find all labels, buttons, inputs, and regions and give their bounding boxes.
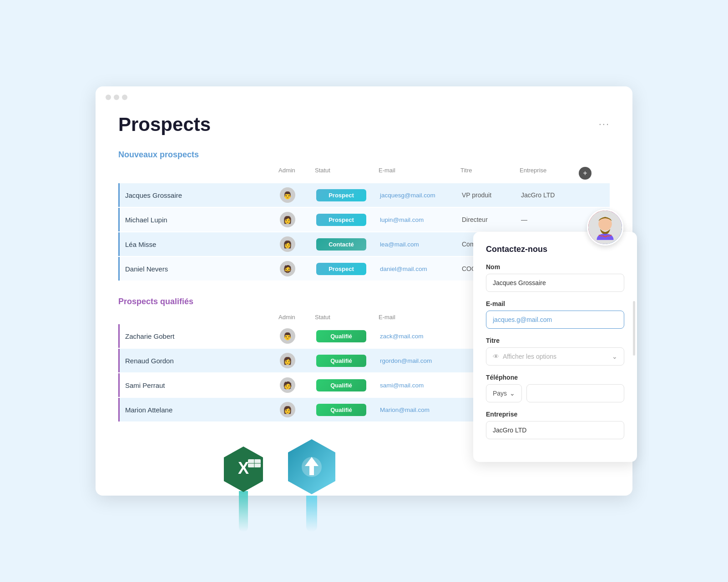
status-badge: Qualifié [316, 355, 366, 367]
email-group: E-mail [486, 300, 624, 329]
chevron-down-icon: ⌄ [510, 390, 515, 397]
phone-input[interactable] [526, 384, 624, 402]
col-add: + [579, 167, 595, 180]
avatar [280, 236, 295, 252]
svg-text:X: X [238, 459, 249, 477]
prospect-name: Léa Misse [125, 241, 280, 248]
telephone-group: Téléphone Pays ⌄ [486, 374, 624, 402]
dot-red [106, 95, 111, 100]
status-badge: Contacté [316, 238, 366, 251]
contact-panel: Contactez-nous Nom E-mail Titre 👁 Affich… [473, 232, 637, 462]
col-entreprise: Entreprise [520, 167, 579, 180]
hex-tail-2 [306, 496, 317, 532]
status-badge: Qualifié [316, 379, 366, 391]
second-hex [287, 438, 337, 496]
col-admin: Admin [278, 167, 315, 180]
prospect-name: Sami Perraut [125, 381, 280, 389]
col-name [124, 314, 278, 321]
status-badge: Prospect [316, 214, 366, 226]
avatar [280, 377, 295, 393]
main-window: Prospects ··· Nouveaux prospects Admin S… [96, 86, 632, 496]
excel-hex: X [223, 446, 264, 491]
nom-group: Nom [486, 263, 624, 292]
prospect-name: Marion Attelane [125, 406, 280, 414]
country-select[interactable]: Pays ⌄ [486, 384, 522, 402]
status-badge: Qualifié [316, 404, 366, 416]
second-hex-container [287, 438, 337, 532]
prospects-qualifies-title: Prospects qualifiés [118, 297, 193, 306]
table-row[interactable]: Michael Lupin Prospect lupin@mail.com Di… [118, 208, 610, 231]
email-cell: daniel@mail.com [380, 266, 462, 272]
col-name [124, 167, 278, 180]
prospect-name: Renaud Gordon [125, 357, 280, 365]
table-row[interactable]: Jacques Grossaire Prospect jacquesg@mail… [118, 183, 610, 207]
contact-panel-title: Contactez-nous [486, 245, 624, 254]
titre-label: Titre [486, 337, 624, 344]
pays-label: Pays [493, 390, 507, 397]
contact-avatar [587, 209, 623, 246]
table-header: Admin Statut E-mail Titre Entreprise + [118, 167, 610, 183]
email-cell: lea@mail.com [380, 241, 462, 248]
excel-icon-container: X [223, 446, 264, 532]
col-statut: Statut [315, 167, 379, 180]
status-badge: Prospect [316, 263, 366, 275]
avatar [280, 261, 295, 276]
telephone-label: Téléphone [486, 374, 624, 381]
hex-tail [239, 491, 248, 532]
dot-green [122, 95, 127, 100]
col-titre: Titre [460, 167, 520, 180]
add-column-button[interactable]: + [579, 167, 592, 180]
page-header: Prospects ··· [118, 114, 610, 135]
prospect-name: Zacharie Gobert [125, 332, 280, 340]
prospect-name: Daniel Nevers [125, 265, 280, 273]
nom-label: Nom [486, 263, 624, 271]
nom-input[interactable] [486, 274, 624, 292]
titre-group: Titre 👁 Afficher les options ⌄ [486, 337, 624, 366]
titre-cell: Directeur [462, 216, 521, 223]
col-email: E-mail [379, 167, 460, 180]
col-email: E-mail [379, 314, 460, 321]
col-admin: Admin [278, 314, 315, 321]
titre-placeholder: Afficher les options [503, 353, 556, 360]
eye-icon: 👁 [493, 353, 499, 360]
email-cell: jacquesg@mail.com [380, 192, 462, 199]
status-badge: Qualifié [316, 330, 366, 342]
entreprise-input[interactable] [486, 421, 624, 439]
scrollbar[interactable] [633, 301, 635, 356]
col-statut: Statut [315, 314, 379, 321]
window-controls [106, 95, 127, 100]
page-title: Prospects [118, 114, 211, 135]
email-cell: lupin@mail.com [380, 216, 462, 223]
avatar [280, 402, 295, 417]
entreprise-label: Entreprise [486, 411, 624, 418]
avatar [280, 353, 295, 368]
dot-yellow [114, 95, 119, 100]
prospect-name: Jacques Grossaire [125, 191, 280, 199]
email-label: E-mail [486, 300, 624, 307]
titre-select[interactable]: 👁 Afficher les options ⌄ [486, 347, 624, 366]
prospect-name: Michael Lupin [125, 216, 280, 224]
status-badge: Prospect [316, 189, 366, 201]
entreprise-group: Entreprise [486, 411, 624, 439]
more-button[interactable]: ··· [599, 118, 610, 130]
phone-row: Pays ⌄ [486, 384, 624, 402]
entreprise-cell: JacGro LTD [521, 191, 580, 199]
chevron-down-icon: ⌄ [612, 353, 617, 360]
email-input[interactable] [486, 311, 624, 329]
bottom-icons: X [223, 424, 337, 532]
titre-cell: VP produit [462, 191, 521, 199]
entreprise-cell: — [521, 216, 580, 223]
avatar [280, 212, 295, 227]
avatar [280, 187, 295, 203]
avatar [280, 328, 295, 344]
nouveaux-prospects-title: Nouveaux prospects [118, 150, 199, 160]
